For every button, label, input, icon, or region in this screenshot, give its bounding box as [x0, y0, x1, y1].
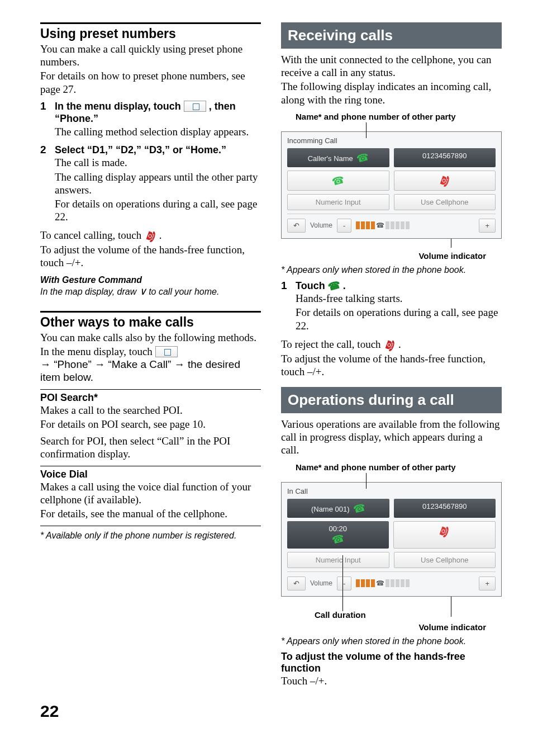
text: Makes a call using the voice dial functi…: [40, 480, 261, 506]
text: In the menu display, touch: [40, 346, 155, 357]
callout-duration: Call duration: [315, 610, 366, 620]
hangup-button[interactable]: ☎: [394, 171, 496, 191]
text: The call is made.: [55, 156, 261, 169]
answer-button[interactable]: ☎: [287, 171, 389, 191]
divider: [40, 466, 261, 466]
caller-name-field: Caller's Name☎: [287, 148, 389, 167]
text: To adjust the volume of the hands-free f…: [281, 352, 502, 378]
menu-icon: [184, 101, 206, 112]
text: The calling display appears until the ot…: [55, 171, 261, 196]
callout-volume: Volume indicator: [281, 251, 502, 261]
step-1: 1 In the menu display, touch , then “Pho…: [40, 100, 261, 139]
screenshot-title: Incomming Call: [287, 136, 496, 145]
subheading-poi: POI Search*: [40, 392, 261, 404]
text: In the menu display, touch → “Phone” → “…: [40, 345, 261, 384]
text: With the unit connected to the cellphone…: [281, 53, 502, 79]
text: You can make a call quickly using preset…: [40, 42, 261, 68]
text: The following display indicates an incom…: [281, 80, 502, 106]
text: .: [398, 338, 401, 350]
step-number: 1: [281, 280, 291, 333]
step-lead: In the menu display, touch , then “Phone…: [55, 100, 261, 125]
use-cellphone-button[interactable]: Use Cellphone: [394, 194, 496, 210]
vol-plus-button[interactable]: +: [479, 577, 496, 590]
text: In the map display, draw ∨ to call your …: [40, 285, 261, 297]
text: For details on operations during a call,…: [296, 306, 502, 332]
text: In the menu display, touch: [55, 101, 184, 112]
caller-number-field: 01234567890: [394, 499, 496, 518]
heading-receiving: Receiving calls: [281, 22, 502, 49]
menu-icon: [155, 346, 178, 357]
vol-minus-button[interactable]: -: [337, 219, 351, 233]
subheading-adjust-volume: To adjust the volume of the hands-free f…: [281, 651, 502, 674]
caller-name-field: (Name 001)☎: [287, 499, 389, 518]
numeric-input-button[interactable]: Numeric Input: [287, 194, 389, 210]
callout-volume: Volume indicator: [281, 622, 502, 632]
step-number: 1: [40, 100, 50, 139]
volume-label: Volume: [310, 579, 332, 587]
callout-line: [366, 473, 367, 489]
step-lead: Select “D1,” “D2,” “D3,” or “Home.”: [55, 144, 261, 157]
hangup-icon: ☎: [382, 337, 397, 353]
text: For details on how to preset phone numbe…: [40, 69, 261, 95]
text: Hands-free talking starts.: [296, 292, 502, 305]
vol-minus-button[interactable]: -: [337, 577, 351, 590]
back-button[interactable]: ↶: [287, 219, 306, 233]
text: Search for POI, then select “Call” in th…: [40, 434, 261, 460]
screenshot-incoming: Incomming Call Caller's Name☎ 0123456789…: [281, 131, 502, 239]
right-column: Receiving calls With the unit connected …: [281, 22, 502, 688]
left-column: Using preset numbers You can make a call…: [40, 22, 261, 688]
page-number: 22: [40, 702, 502, 721]
hangup-icon: ☎: [142, 228, 158, 244]
volume-indicator: ☎: [356, 579, 474, 587]
text: Touch: [296, 280, 328, 291]
text: To reject the call, touch ☎ .: [281, 338, 502, 351]
text: To cancel calling, touch: [40, 229, 144, 241]
text: You can make calls also by the following…: [40, 331, 261, 344]
text: Makes a call to the searched POI.: [40, 404, 261, 417]
text: For details, see the manual of the cellp…: [40, 507, 261, 520]
callout-label: Name* and phone number of other party: [296, 462, 502, 472]
step-lead: Touch ☎ .: [296, 280, 502, 292]
heading-operations: Operations during a call: [281, 387, 502, 413]
text: → “Phone” → “Make a Call” → the desired …: [40, 358, 261, 384]
screenshot-title: In Call: [287, 487, 496, 495]
screenshot-incall: In Call (Name 001)☎ 01234567890 00:20☎ ☎…: [281, 482, 502, 597]
callout-line: [451, 597, 451, 617]
callout-line: [366, 122, 367, 138]
caller-number-field: 01234567890: [394, 148, 496, 167]
step-1-right: 1 Touch ☎ . Hands-free talking starts. F…: [281, 280, 502, 333]
call-duration-field: 00:20☎: [287, 521, 389, 549]
volume-indicator: ☎: [356, 221, 474, 229]
hangup-button[interactable]: ☎: [393, 521, 496, 549]
footnote: * Appears only when stored in the phone …: [281, 265, 502, 275]
step-number: 2: [40, 144, 50, 224]
subheading-voice: Voice Dial: [40, 469, 261, 480]
use-cellphone-button[interactable]: Use Cellphone: [394, 552, 496, 568]
volume-label: Volume: [310, 221, 332, 229]
text: In the map display, draw: [40, 287, 139, 296]
text: For details on POI search, see page 10.: [40, 418, 261, 431]
text: For details on operations during a call,…: [55, 197, 261, 223]
subheading-gesture: With Gesture Command: [40, 275, 261, 285]
divider: [40, 389, 261, 390]
text: To reject the call, touch: [281, 338, 383, 350]
text: To cancel calling, touch ☎ .: [40, 229, 261, 242]
heading-using-preset: Using preset numbers: [40, 22, 261, 41]
back-button[interactable]: ↶: [287, 577, 306, 590]
callout-label: Name* and phone number of other party: [296, 112, 502, 121]
footnote: * Appears only when stored in the phone …: [281, 636, 502, 646]
text: .: [343, 280, 346, 291]
vol-plus-button[interactable]: +: [479, 219, 496, 233]
heading-other-ways: Other ways to make calls: [40, 311, 261, 330]
numeric-input-button[interactable]: Numeric Input: [287, 552, 389, 568]
callout-line: [451, 239, 451, 248]
footnote: * Available only if the phone number is …: [40, 531, 261, 541]
vee-icon: ∨: [139, 285, 146, 297]
callout-line: [342, 555, 343, 611]
text: .: [159, 229, 162, 241]
divider: [40, 526, 261, 526]
pickup-icon: ☎: [326, 278, 341, 293]
text: Touch –/+.: [281, 674, 502, 687]
text: The calling method selection display app…: [55, 125, 261, 138]
step-2: 2 Select “D1,” “D2,” “D3,” or “Home.” Th…: [40, 144, 261, 224]
